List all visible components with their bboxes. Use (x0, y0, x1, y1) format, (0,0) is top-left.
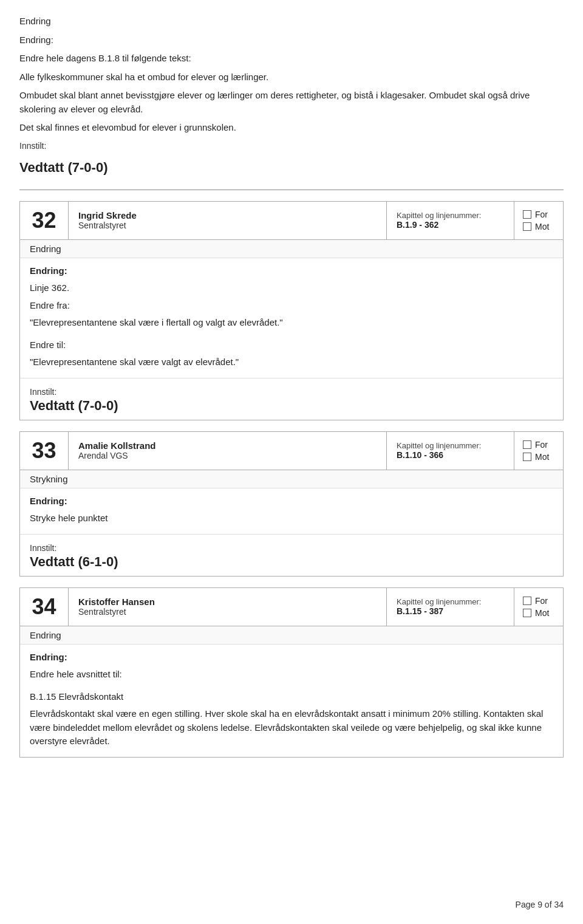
proposal-number-34: 34 (20, 588, 69, 626)
proposal-body-line-32-1: Linje 362. (30, 281, 553, 295)
proposal-body-line-32-5: Endre til: (30, 338, 553, 352)
proposal-mot-checkbox-34 (523, 609, 531, 617)
proposal-name-32: Ingrid Skrede (78, 210, 377, 221)
proposal-number-33: 33 (20, 432, 69, 470)
top-line1: Endring (19, 15, 564, 29)
proposal-person-32: Ingrid SkredeSentralstyret (69, 202, 387, 239)
proposal-for-checkbox-34 (523, 597, 531, 605)
top-line2: Endring: (19, 33, 564, 47)
top-vedtatt: Vedtatt (7-0-0) (19, 157, 564, 177)
page-number: Page 9 of 34 (516, 900, 564, 909)
proposal-body-32: Endring:Linje 362.Endre fra:"Elevreprese… (20, 258, 563, 378)
proposal-chapter-32: Kapittel og linjenummer:B.1.9 - 362 (387, 202, 514, 239)
proposal-footer-32: Innstilt:Vedtatt (7-0-0) (20, 378, 563, 420)
proposal-mot-checkbox-32 (523, 222, 531, 231)
proposal-body-line-34-4: Elevrådskontakt skal være en egen stilli… (30, 707, 553, 748)
proposal-header-32: 32Ingrid SkredeSentralstyretKapittel og … (20, 202, 563, 240)
proposal-name-33: Amalie Kollstrand (78, 440, 377, 451)
proposal-for-label-32: For (535, 210, 548, 219)
proposal-formot-34: ForMot (514, 588, 563, 626)
proposal-body-line-34-1: Endre hele avsnittet til: (30, 668, 553, 682)
proposal-card-32: 32Ingrid SkredeSentralstyretKapittel og … (19, 201, 564, 420)
proposal-body-line-32-3: "Elevrepresentantene skal være i flertal… (30, 316, 553, 330)
proposal-chapter-value-32: B.1.9 - 362 (397, 220, 504, 230)
proposal-org-34: Sentralstyret (78, 607, 377, 617)
proposal-body-line-33-1: Stryke hele punktet (30, 512, 553, 525)
proposal-type-33: Strykning (20, 470, 563, 488)
proposal-chapter-label-33: Kapittel og linjenummer: (397, 441, 504, 450)
proposal-header-34: 34Kristoffer HansenSentralstyretKapittel… (20, 588, 563, 626)
proposal-innstilt-33: Innstilt: (30, 543, 553, 553)
proposal-person-33: Amalie KollstrandArendal VGS (69, 432, 387, 470)
proposal-chapter-34: Kapittel og linjenummer:B.1.15 - 387 (387, 588, 514, 626)
proposal-type-34: Endring (20, 626, 563, 645)
proposals-container: 32Ingrid SkredeSentralstyretKapittel og … (19, 201, 564, 758)
proposal-mot-label-34: Mot (535, 608, 549, 618)
proposal-innstilt-32: Innstilt: (30, 387, 553, 397)
proposal-org-33: Arendal VGS (78, 451, 377, 460)
proposal-for-label-34: For (535, 596, 548, 606)
proposal-mot-row-34: Mot (523, 608, 554, 618)
top-section: Endring Endring: Endre hele dagens B.1.8… (19, 15, 564, 190)
proposal-number-32: 32 (20, 202, 69, 239)
proposal-for-checkbox-33 (523, 440, 531, 449)
proposal-mot-label-32: Mot (535, 222, 549, 231)
proposal-for-row-32: For (523, 210, 554, 219)
proposal-chapter-label-34: Kapittel og linjenummer: (397, 597, 504, 606)
proposal-body-spacer-34-2 (30, 685, 553, 690)
proposal-for-checkbox-32 (523, 210, 531, 219)
proposal-chapter-label-32: Kapittel og linjenummer: (397, 211, 504, 220)
proposal-body-line-32-2: Endre fra: (30, 299, 553, 313)
proposal-card-33: 33Amalie KollstrandArendal VGSKapittel o… (19, 431, 564, 577)
top-line6: Det skal finnes et elevombud for elever … (19, 121, 564, 135)
proposal-body-line-33-0: Endring: (30, 495, 553, 508)
proposal-mot-row-32: Mot (523, 222, 554, 231)
top-line5: Ombudet skal blant annet bevisstgjøre el… (19, 89, 564, 116)
proposal-person-34: Kristoffer HansenSentralstyret (69, 588, 387, 626)
proposal-header-33: 33Amalie KollstrandArendal VGSKapittel o… (20, 432, 563, 470)
proposal-name-34: Kristoffer Hansen (78, 597, 377, 607)
proposal-body-33: Endring:Stryke hele punktet (20, 488, 563, 534)
proposal-chapter-value-34: B.1.15 - 387 (397, 606, 504, 616)
proposal-mot-checkbox-33 (523, 453, 531, 461)
proposal-body-line-34-3: B.1.15 Elevrådskontakt (30, 690, 553, 704)
proposal-formot-32: ForMot (514, 202, 563, 239)
proposal-type-32: Endring (20, 240, 563, 258)
top-line3: Endre hele dagens B.1.8 til følgende tek… (19, 52, 564, 66)
proposal-body-line-34-0: Endring: (30, 651, 553, 665)
top-line4: Alle fylkeskommuner skal ha et ombud for… (19, 70, 564, 84)
proposal-for-row-33: For (523, 440, 554, 450)
proposal-org-32: Sentralstyret (78, 221, 377, 230)
proposal-body-line-32-6: "Elevrepresentantene skal være valgt av … (30, 355, 553, 369)
top-innstilt-label: Innstilt: (19, 140, 564, 152)
proposal-body-line-32-0: Endring: (30, 264, 553, 278)
proposal-vedtatt-33: Vedtatt (6-1-0) (30, 554, 553, 570)
proposal-for-label-33: For (535, 440, 548, 450)
proposal-body-34: Endring:Endre hele avsnittet til:B.1.15 … (20, 645, 563, 757)
proposal-card-34: 34Kristoffer HansenSentralstyretKapittel… (19, 587, 564, 758)
proposal-body-spacer-32-4 (30, 334, 553, 338)
proposal-mot-row-33: Mot (523, 452, 554, 462)
page: Endring Endring: Endre hele dagens B.1.8… (0, 0, 583, 924)
proposal-footer-33: Innstilt:Vedtatt (6-1-0) (20, 534, 563, 576)
proposal-formot-33: ForMot (514, 432, 563, 470)
proposal-mot-label-33: Mot (535, 452, 549, 462)
proposal-chapter-33: Kapittel og linjenummer:B.1.10 - 366 (387, 432, 514, 470)
proposal-chapter-value-33: B.1.10 - 366 (397, 450, 504, 460)
proposal-for-row-34: For (523, 596, 554, 606)
proposal-vedtatt-32: Vedtatt (7-0-0) (30, 398, 553, 414)
